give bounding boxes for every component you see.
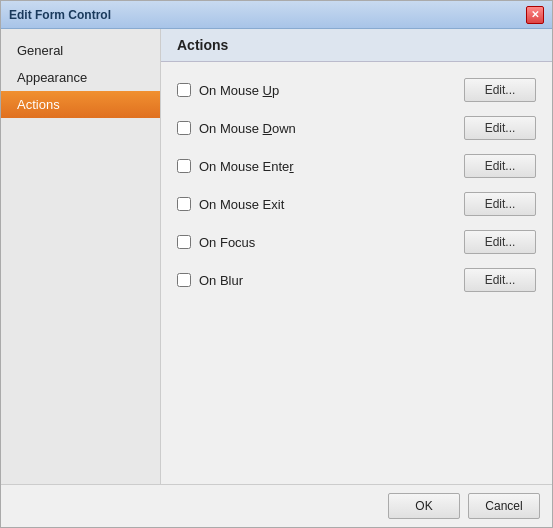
edit-form-control-dialog: Edit Form Control ✕ General Appearance A… [0, 0, 553, 528]
checkbox-blur[interactable] [177, 273, 191, 287]
sidebar: General Appearance Actions [1, 29, 161, 484]
edit-button-mouse-exit[interactable]: Edit... [464, 192, 536, 216]
sidebar-item-general[interactable]: General [1, 37, 160, 64]
ok-button[interactable]: OK [388, 493, 460, 519]
main-content: Actions On Mouse Up Edit... On Mouse Dow… [161, 29, 552, 484]
action-row-blur: On Blur Edit... [177, 268, 536, 292]
checkbox-mouse-up[interactable] [177, 83, 191, 97]
action-row-mouse-enter: On Mouse Enter Edit... [177, 154, 536, 178]
edit-button-mouse-up[interactable]: Edit... [464, 78, 536, 102]
checkbox-focus[interactable] [177, 235, 191, 249]
window-content: General Appearance Actions Actions On Mo… [1, 29, 552, 484]
action-row-mouse-down: On Mouse Down Edit... [177, 116, 536, 140]
footer: OK Cancel [1, 484, 552, 527]
label-blur: On Blur [199, 273, 464, 288]
sidebar-item-actions[interactable]: Actions [1, 91, 160, 118]
label-focus: On Focus [199, 235, 464, 250]
checkbox-mouse-exit[interactable] [177, 197, 191, 211]
cancel-button[interactable]: Cancel [468, 493, 540, 519]
label-mouse-enter: On Mouse Enter [199, 159, 464, 174]
checkbox-mouse-enter[interactable] [177, 159, 191, 173]
dialog-title: Edit Form Control [9, 8, 111, 22]
checkbox-mouse-down[interactable] [177, 121, 191, 135]
edit-button-mouse-enter[interactable]: Edit... [464, 154, 536, 178]
label-mouse-down: On Mouse Down [199, 121, 464, 136]
action-row-mouse-up: On Mouse Up Edit... [177, 78, 536, 102]
edit-button-mouse-down[interactable]: Edit... [464, 116, 536, 140]
sidebar-item-appearance[interactable]: Appearance [1, 64, 160, 91]
close-button[interactable]: ✕ [526, 6, 544, 24]
label-mouse-exit: On Mouse Exit [199, 197, 464, 212]
edit-button-focus[interactable]: Edit... [464, 230, 536, 254]
actions-area: On Mouse Up Edit... On Mouse Down Edit..… [161, 62, 552, 484]
edit-button-blur[interactable]: Edit... [464, 268, 536, 292]
title-bar: Edit Form Control ✕ [1, 1, 552, 29]
action-row-focus: On Focus Edit... [177, 230, 536, 254]
action-row-mouse-exit: On Mouse Exit Edit... [177, 192, 536, 216]
section-title: Actions [161, 29, 552, 62]
label-mouse-up: On Mouse Up [199, 83, 464, 98]
